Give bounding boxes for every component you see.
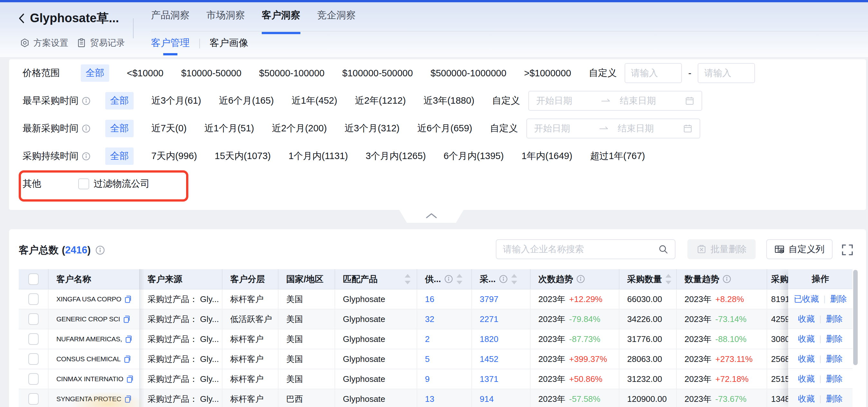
filter-option[interactable]: 1个月内(1131) bbox=[288, 150, 348, 163]
filter-option[interactable]: 近3年(1880) bbox=[423, 94, 474, 107]
fullscreen-icon[interactable] bbox=[841, 244, 854, 256]
scrollbar-thumb[interactable] bbox=[853, 270, 858, 365]
filter-selected-all[interactable]: 全部 bbox=[105, 148, 134, 165]
cell-record-count-link[interactable]: 2271 bbox=[480, 314, 498, 324]
search-icon[interactable] bbox=[658, 244, 669, 254]
filter-option[interactable]: 超过1年(767) bbox=[590, 150, 645, 163]
row-checkbox[interactable] bbox=[28, 373, 39, 385]
collapse-filters-tab[interactable] bbox=[399, 210, 464, 223]
filter-selected-all[interactable]: 全部 bbox=[81, 64, 109, 82]
filter-option[interactable]: 近6个月(165) bbox=[219, 94, 274, 107]
filter-option[interactable]: 3个月内(1265) bbox=[366, 150, 426, 163]
row-checkbox[interactable] bbox=[28, 393, 39, 405]
column-header-客户来源[interactable]: 客户来源 bbox=[140, 269, 222, 289]
cell-record-count-link[interactable]: 1371 bbox=[480, 374, 498, 384]
cell-record-count-link[interactable]: 1452 bbox=[480, 354, 498, 364]
batch-delete-button[interactable]: 批量删除 bbox=[687, 239, 756, 259]
cell-supplier-count-link[interactable]: 16 bbox=[425, 294, 434, 304]
select-all-checkbox[interactable] bbox=[28, 273, 39, 285]
filter-option[interactable]: 7天内(996) bbox=[151, 150, 197, 163]
filter-option[interactable]: 近2年(1212) bbox=[355, 94, 406, 107]
column-header-采...[interactable]: 采... bbox=[472, 269, 530, 289]
cell-customer-tier: 标杆客户 bbox=[222, 289, 278, 309]
filter-option[interactable]: 近1年(452) bbox=[292, 94, 337, 107]
action-收藏[interactable]: 收藏 bbox=[798, 373, 815, 384]
cell-record-count-link[interactable]: 1820 bbox=[480, 334, 498, 344]
table-scrollbar[interactable] bbox=[853, 269, 858, 407]
filter-option[interactable]: 近6个月(659) bbox=[417, 122, 472, 135]
filter-logistics-checkbox[interactable] bbox=[78, 178, 89, 189]
row-checkbox[interactable] bbox=[28, 353, 39, 365]
action-收藏[interactable]: 收藏 bbox=[798, 333, 815, 345]
filter-option[interactable]: $10000-50000 bbox=[181, 68, 242, 79]
action-删除[interactable]: 删除 bbox=[830, 293, 847, 305]
cell-record-count-link[interactable]: 914 bbox=[480, 394, 494, 404]
filter-selected-all[interactable]: 全部 bbox=[105, 120, 134, 137]
tab-竞企洞察[interactable]: 竞企洞察 bbox=[317, 9, 356, 33]
column-header-客户名称[interactable]: 客户名称 bbox=[48, 269, 140, 289]
column-header-供...[interactable]: 供... bbox=[417, 269, 472, 289]
filter-option[interactable]: 近7天(0) bbox=[151, 122, 187, 135]
cell-country: 美国 bbox=[278, 289, 335, 309]
filter-option[interactable]: $500000-1000000 bbox=[430, 68, 506, 79]
row-checkbox[interactable] bbox=[28, 333, 39, 345]
column-header-国家/地区[interactable]: 国家/地区 bbox=[278, 269, 335, 289]
subtab-客户管理[interactable]: 客户管理 bbox=[151, 36, 190, 54]
column-header-次数趋势[interactable]: 次数趋势 bbox=[530, 269, 619, 289]
row-checkbox[interactable] bbox=[28, 293, 39, 305]
table-row: NUFARM AMERICAS,采购过产品： Gly...标杆客户美国Glyph… bbox=[19, 329, 852, 349]
actions-cell: 收藏|删除 bbox=[788, 349, 852, 369]
action-删除[interactable]: 删除 bbox=[826, 373, 843, 384]
action-收藏[interactable]: 收藏 bbox=[798, 393, 815, 404]
copy-icon bbox=[124, 395, 132, 403]
back-icon[interactable] bbox=[18, 13, 25, 24]
filter-option[interactable]: $50000-100000 bbox=[259, 68, 324, 79]
column-header-数量趋势[interactable]: 数量趋势 bbox=[676, 269, 767, 289]
subtab-客户画像[interactable]: 客户画像 bbox=[210, 36, 248, 54]
company-search-input[interactable]: 请输入企业名称搜索 bbox=[496, 239, 676, 259]
filter-option[interactable]: 近2个月(200) bbox=[272, 122, 327, 135]
custom-max-input[interactable]: 请输入 bbox=[698, 63, 755, 83]
filter-option[interactable]: 15天内(1073) bbox=[215, 150, 271, 163]
action-已收藏[interactable]: 已收藏 bbox=[794, 293, 819, 305]
filter-option[interactable]: 近1个月(51) bbox=[205, 122, 254, 135]
tab-产品洞察[interactable]: 产品洞察 bbox=[151, 9, 190, 33]
tab-客户洞察[interactable]: 客户洞察 bbox=[262, 9, 300, 33]
action-删除[interactable]: 删除 bbox=[826, 333, 843, 345]
cell-supplier-count-link[interactable]: 9 bbox=[425, 374, 430, 384]
custom-min-input[interactable]: 请输入 bbox=[625, 63, 682, 83]
cell-customer-name: NUFARM AMERICAS, bbox=[48, 329, 140, 349]
header-action-贸易记录[interactable]: 贸易记录 bbox=[76, 37, 125, 49]
cell-supplier-count-link[interactable]: 2 bbox=[425, 334, 430, 344]
filter-custom-option[interactable]: 自定义 bbox=[589, 67, 617, 80]
custom-columns-button[interactable]: 自定义列 bbox=[766, 239, 833, 259]
action-删除[interactable]: 删除 bbox=[826, 393, 843, 404]
cell-supplier-count-link[interactable]: 32 bbox=[425, 314, 434, 324]
filter-option[interactable]: 6个月内(1395) bbox=[444, 150, 504, 163]
filter-option[interactable]: 近3个月(312) bbox=[344, 122, 400, 135]
filter-option[interactable]: $100000-500000 bbox=[342, 68, 413, 79]
custom-date-range-input[interactable]: 开始日期结束日期 bbox=[528, 91, 702, 111]
row-checkbox[interactable] bbox=[28, 313, 39, 325]
action-删除[interactable]: 删除 bbox=[826, 313, 843, 324]
filter-custom-option[interactable]: 自定义 bbox=[490, 122, 518, 135]
filter-option[interactable]: 1年内(1649) bbox=[522, 150, 572, 163]
action-收藏[interactable]: 收藏 bbox=[798, 353, 815, 365]
filter-logistics-label[interactable]: 过滤物流公司 bbox=[94, 178, 150, 190]
column-header-采购数量[interactable]: 采购数量 bbox=[619, 269, 676, 289]
header-action-方案设置[interactable]: 方案设置 bbox=[20, 37, 68, 49]
cell-supplier-count-link[interactable]: 13 bbox=[425, 394, 434, 404]
tab-市场洞察[interactable]: 市场洞察 bbox=[206, 9, 245, 33]
action-收藏[interactable]: 收藏 bbox=[798, 313, 815, 324]
column-header-客户分层[interactable]: 客户分层 bbox=[222, 269, 278, 289]
filter-custom-option[interactable]: 自定义 bbox=[492, 94, 520, 107]
action-删除[interactable]: 删除 bbox=[826, 353, 843, 365]
filter-selected-all[interactable]: 全部 bbox=[105, 92, 134, 109]
cell-supplier-count-link[interactable]: 5 bbox=[425, 354, 430, 364]
filter-option[interactable]: <$10000 bbox=[127, 68, 163, 79]
custom-date-range-input[interactable]: 开始日期结束日期 bbox=[526, 119, 700, 138]
filter-option[interactable]: >$1000000 bbox=[524, 68, 571, 79]
column-header-匹配产品[interactable]: 匹配产品 bbox=[335, 269, 417, 289]
filter-option[interactable]: 近3个月(61) bbox=[151, 94, 201, 107]
cell-record-count-link[interactable]: 3797 bbox=[480, 294, 498, 304]
